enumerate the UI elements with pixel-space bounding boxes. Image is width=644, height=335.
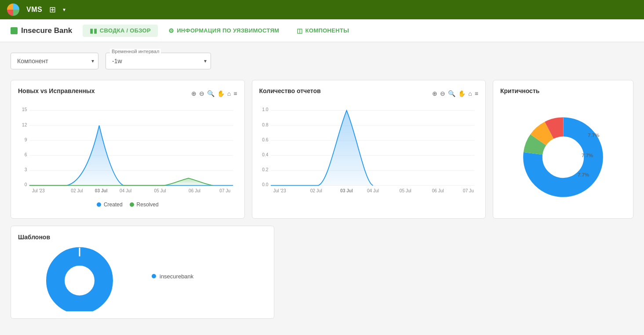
templates-content: insecurebank [18, 241, 267, 311]
timerange-label: Временной интервал [110, 49, 161, 54]
bottom-row: Шаблонов insecurebank [11, 226, 633, 319]
svg-text:03 Jul: 03 Jul [340, 188, 353, 193]
svg-text:04 Jul: 04 Jul [120, 188, 131, 193]
svg-text:06 Jul: 06 Jul [432, 188, 444, 193]
timerange-filter[interactable]: Временной интервал -1w ▾ [106, 53, 211, 69]
project-dot [11, 27, 18, 34]
templates-donut-blue [55, 256, 104, 305]
tab-vulnerabilities-label: ИНФОРМАЦИЯ ПО УЯЗВИМОСТЯМ [177, 27, 279, 34]
chart-criticality-title: Критичность [500, 87, 539, 94]
svg-text:Jul '23: Jul '23 [273, 188, 286, 193]
svg-text:05 Jul: 05 Jul [399, 188, 411, 193]
svg-text:7.7%: 7.7% [582, 153, 593, 158]
svg-text:3: 3 [25, 167, 27, 172]
svg-text:7.7%: 7.7% [578, 172, 589, 177]
main-content: Компонент ▾ Временной интервал -1w ▾ Нов… [0, 42, 644, 335]
templates-legend-label: insecurebank [160, 273, 193, 280]
menu-icon2[interactable]: ≡ [475, 90, 478, 97]
tab-components[interactable]: ◫ КОМПОНЕНТЫ [290, 25, 356, 37]
created-dot [97, 202, 101, 207]
svg-text:0.6: 0.6 [262, 137, 268, 142]
tab-summary[interactable]: ▮▮ СВОДКА / ОБЗОР [83, 25, 158, 37]
svg-text:02 Jul: 02 Jul [71, 188, 83, 193]
timerange-select[interactable]: -1w [106, 53, 211, 69]
svg-text:0.4: 0.4 [262, 152, 268, 157]
pan-icon[interactable]: ✋ [217, 90, 225, 97]
legend-created: Created [97, 202, 123, 208]
svg-text:1.0: 1.0 [262, 107, 268, 112]
chart-templates: Шаблонов insecurebank [11, 226, 274, 319]
svg-text:0.2: 0.2 [262, 167, 268, 172]
search-icon[interactable]: 🔍 [207, 90, 215, 97]
topbar-chevron-icon[interactable]: ▾ [63, 7, 65, 13]
svg-text:6: 6 [25, 152, 27, 157]
home-icon2[interactable]: ⌂ [468, 90, 472, 97]
chart-report-count: Количество отчетов ⊕ ⊖ 🔍 ✋ ⌂ ≡ 0.0 0.2 0… [252, 80, 486, 219]
svg-text:9: 9 [25, 137, 27, 142]
svg-text:05 Jul: 05 Jul [154, 188, 166, 193]
chart-new-vs-fixed: Новых vs Исправленных ⊕ ⊖ 🔍 ✋ ⌂ ≡ 0 3 6 … [11, 80, 245, 219]
app-logo [7, 4, 19, 16]
gear-icon: ⚙ [168, 27, 174, 34]
chart-templates-title: Шаблонов [18, 234, 50, 241]
svg-text:7.7%: 7.7% [588, 133, 599, 138]
pan-icon2[interactable]: ✋ [458, 90, 466, 97]
chart-new-vs-fixed-title: Новых vs Исправленных [18, 87, 95, 94]
legend-created-label: Created [104, 202, 123, 208]
svg-text:06 Jul: 06 Jul [189, 188, 200, 193]
home-icon[interactable]: ⌂ [227, 90, 231, 97]
donut-container: 7.7% 7.7% 7.7% [500, 103, 626, 211]
tab-summary-label: СВОДКА / ОБЗОР [100, 27, 151, 34]
chart-new-vs-fixed-legend: Created Resolved [18, 202, 237, 208]
svg-text:02 Jul: 02 Jul [310, 188, 322, 193]
templates-donut-svg [18, 241, 141, 311]
project-name: Insecure Bank [21, 26, 72, 35]
svg-text:04 Jul: 04 Jul [367, 188, 378, 193]
zoom-in-icon[interactable]: ⊕ [191, 90, 196, 97]
menu-icon[interactable]: ≡ [233, 90, 237, 97]
tab-vulnerabilities[interactable]: ⚙ ИНФОРМАЦИЯ ПО УЯЗВИМОСТЯМ [161, 25, 286, 37]
svg-text:0.8: 0.8 [262, 122, 268, 127]
legend-resolved: Resolved [130, 202, 159, 208]
svg-text:15: 15 [22, 107, 27, 112]
legend-resolved-label: Resolved [137, 202, 159, 208]
filters-row: Компонент ▾ Временной интервал -1w ▾ [11, 53, 633, 69]
chart-report-count-title: Количество отчетов [259, 87, 321, 94]
tab-components-label: КОМПОНЕНТЫ [305, 27, 349, 34]
zoom-out-icon[interactable]: ⊖ [199, 90, 204, 97]
chart-report-count-toolbar: ⊕ ⊖ 🔍 ✋ ⌂ ≡ [432, 90, 478, 97]
grid-icon[interactable]: ⊞ [49, 5, 56, 14]
svg-text:12: 12 [22, 122, 27, 127]
svg-text:Jul '23: Jul '23 [32, 188, 45, 193]
donut-svg: 7.7% 7.7% 7.7% [510, 107, 616, 208]
templates-legend: insecurebank [152, 273, 193, 280]
search-icon2[interactable]: 🔍 [448, 90, 455, 97]
svg-text:0.0: 0.0 [262, 182, 268, 187]
chart-new-vs-fixed-toolbar: ⊕ ⊖ 🔍 ✋ ⌂ ≡ [191, 90, 237, 97]
resolved-dot [130, 202, 134, 207]
templates-legend-dot [152, 274, 156, 278]
svg-text:07 Ju: 07 Ju [219, 188, 230, 193]
zoom-out-icon2[interactable]: ⊖ [440, 90, 445, 97]
component-filter[interactable]: Компонент ▾ [11, 53, 98, 69]
line-chart-svg: 0 3 6 9 12 15 [18, 103, 237, 196]
chart-bar-icon: ▮▮ [90, 27, 97, 34]
svg-text:0: 0 [25, 182, 27, 187]
app-name: VMS [26, 6, 42, 14]
component-select[interactable]: Компонент [11, 53, 98, 69]
chart-criticality: Критичность [493, 80, 633, 219]
components-icon: ◫ [297, 27, 302, 34]
svg-text:07 Ju: 07 Ju [463, 188, 474, 193]
topbar: VMS ⊞ ▾ [0, 0, 644, 19]
charts-row: Новых vs Исправленных ⊕ ⊖ 🔍 ✋ ⌂ ≡ 0 3 6 … [11, 80, 633, 219]
svg-text:03 Jul: 03 Jul [95, 188, 108, 193]
report-count-svg: 0.0 0.2 0.4 0.6 0.8 1.0 Jul '23 02 Jul [259, 103, 479, 196]
subheader: Insecure Bank ▮▮ СВОДКА / ОБЗОР ⚙ ИНФОРМ… [0, 19, 644, 42]
zoom-in-icon2[interactable]: ⊕ [432, 90, 437, 97]
